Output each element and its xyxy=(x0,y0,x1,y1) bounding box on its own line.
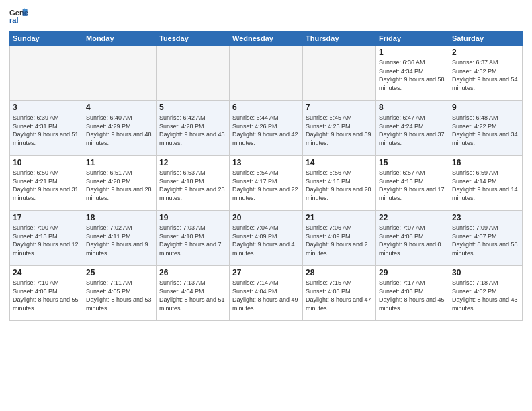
calendar-cell: 24Sunrise: 7:10 AM Sunset: 4:06 PM Dayli… xyxy=(10,266,83,321)
col-header-saturday: Saturday xyxy=(449,32,523,46)
calendar-row-1: 1Sunrise: 6:36 AM Sunset: 4:34 PM Daylig… xyxy=(10,46,523,101)
day-number: 28 xyxy=(306,268,373,277)
day-info: Sunrise: 6:48 AM Sunset: 4:22 PM Dayligh… xyxy=(452,113,519,147)
calendar-cell: 28Sunrise: 7:15 AM Sunset: 4:03 PM Dayli… xyxy=(303,266,376,321)
calendar-cell: 22Sunrise: 7:07 AM Sunset: 4:08 PM Dayli… xyxy=(376,211,449,266)
day-number: 19 xyxy=(159,213,226,222)
col-header-friday: Friday xyxy=(376,32,449,46)
calendar-cell xyxy=(230,46,303,101)
day-number: 14 xyxy=(306,158,373,167)
day-info: Sunrise: 6:36 AM Sunset: 4:34 PM Dayligh… xyxy=(379,58,446,92)
calendar-table: SundayMondayTuesdayWednesdayThursdayFrid… xyxy=(9,31,523,321)
col-header-tuesday: Tuesday xyxy=(157,32,230,46)
day-number: 11 xyxy=(86,158,153,167)
day-number: 24 xyxy=(13,268,80,277)
day-info: Sunrise: 6:45 AM Sunset: 4:25 PM Dayligh… xyxy=(306,113,373,147)
calendar-cell: 27Sunrise: 7:14 AM Sunset: 4:04 PM Dayli… xyxy=(230,266,303,321)
day-number: 2 xyxy=(452,48,519,57)
calendar-cell: 18Sunrise: 7:02 AM Sunset: 4:11 PM Dayli… xyxy=(83,211,157,266)
day-number: 29 xyxy=(379,268,446,277)
page: Gene ral SundayMondayTuesdayWednesdayThu… xyxy=(0,0,532,411)
day-info: Sunrise: 7:07 AM Sunset: 4:08 PM Dayligh… xyxy=(379,224,446,257)
day-number: 30 xyxy=(452,268,519,277)
day-info: Sunrise: 6:53 AM Sunset: 4:18 PM Dayligh… xyxy=(159,169,226,202)
calendar-row-5: 24Sunrise: 7:10 AM Sunset: 4:06 PM Dayli… xyxy=(10,266,523,321)
calendar-row-4: 17Sunrise: 7:00 AM Sunset: 4:13 PM Dayli… xyxy=(10,211,523,266)
calendar-cell: 19Sunrise: 7:03 AM Sunset: 4:10 PM Dayli… xyxy=(157,211,230,266)
day-number: 9 xyxy=(452,103,519,112)
svg-text:ral: ral xyxy=(9,16,19,24)
col-header-monday: Monday xyxy=(83,32,157,46)
day-number: 25 xyxy=(86,268,153,277)
calendar-cell: 10Sunrise: 6:50 AM Sunset: 4:21 PM Dayli… xyxy=(10,156,83,211)
day-info: Sunrise: 6:37 AM Sunset: 4:32 PM Dayligh… xyxy=(452,58,519,92)
day-info: Sunrise: 7:04 AM Sunset: 4:09 PM Dayligh… xyxy=(232,224,300,257)
calendar-cell: 9Sunrise: 6:48 AM Sunset: 4:22 PM Daylig… xyxy=(449,101,523,156)
day-info: Sunrise: 7:17 AM Sunset: 4:03 PM Dayligh… xyxy=(379,279,446,312)
day-info: Sunrise: 6:42 AM Sunset: 4:28 PM Dayligh… xyxy=(159,113,226,147)
calendar-cell: 12Sunrise: 6:53 AM Sunset: 4:18 PM Dayli… xyxy=(157,156,230,211)
day-number: 6 xyxy=(232,103,300,112)
header-row: SundayMondayTuesdayWednesdayThursdayFrid… xyxy=(10,32,523,46)
day-info: Sunrise: 7:02 AM Sunset: 4:11 PM Dayligh… xyxy=(86,224,153,257)
calendar-cell: 13Sunrise: 6:54 AM Sunset: 4:17 PM Dayli… xyxy=(230,156,303,211)
day-number: 18 xyxy=(86,213,153,222)
day-number: 8 xyxy=(379,103,446,112)
day-number: 27 xyxy=(232,268,300,277)
calendar-cell: 26Sunrise: 7:13 AM Sunset: 4:04 PM Dayli… xyxy=(157,266,230,321)
calendar-cell: 23Sunrise: 7:09 AM Sunset: 4:07 PM Dayli… xyxy=(449,211,523,266)
day-info: Sunrise: 6:54 AM Sunset: 4:17 PM Dayligh… xyxy=(232,169,300,202)
day-info: Sunrise: 6:57 AM Sunset: 4:15 PM Dayligh… xyxy=(379,169,446,202)
day-info: Sunrise: 7:06 AM Sunset: 4:09 PM Dayligh… xyxy=(306,224,373,257)
calendar-cell: 30Sunrise: 7:18 AM Sunset: 4:02 PM Dayli… xyxy=(449,266,523,321)
day-info: Sunrise: 7:00 AM Sunset: 4:13 PM Dayligh… xyxy=(13,224,80,257)
day-info: Sunrise: 6:44 AM Sunset: 4:26 PM Dayligh… xyxy=(232,113,300,147)
calendar-cell: 3Sunrise: 6:39 AM Sunset: 4:31 PM Daylig… xyxy=(10,101,83,156)
calendar-cell: 15Sunrise: 6:57 AM Sunset: 4:15 PM Dayli… xyxy=(376,156,449,211)
day-info: Sunrise: 6:39 AM Sunset: 4:31 PM Dayligh… xyxy=(13,113,80,147)
calendar-cell: 4Sunrise: 6:40 AM Sunset: 4:29 PM Daylig… xyxy=(83,101,157,156)
calendar-cell: 11Sunrise: 6:51 AM Sunset: 4:20 PM Dayli… xyxy=(83,156,157,211)
calendar-cell: 14Sunrise: 6:56 AM Sunset: 4:16 PM Dayli… xyxy=(303,156,376,211)
calendar-cell: 29Sunrise: 7:17 AM Sunset: 4:03 PM Dayli… xyxy=(376,266,449,321)
calendar-cell: 8Sunrise: 6:47 AM Sunset: 4:24 PM Daylig… xyxy=(376,101,449,156)
calendar-cell: 25Sunrise: 7:11 AM Sunset: 4:05 PM Dayli… xyxy=(83,266,157,321)
calendar-cell: 17Sunrise: 7:00 AM Sunset: 4:13 PM Dayli… xyxy=(10,211,83,266)
day-info: Sunrise: 7:03 AM Sunset: 4:10 PM Dayligh… xyxy=(159,224,226,257)
day-info: Sunrise: 7:15 AM Sunset: 4:03 PM Dayligh… xyxy=(306,279,373,312)
day-number: 23 xyxy=(452,213,519,222)
calendar-cell xyxy=(83,46,157,101)
day-info: Sunrise: 6:47 AM Sunset: 4:24 PM Dayligh… xyxy=(379,113,446,147)
day-info: Sunrise: 6:40 AM Sunset: 4:29 PM Dayligh… xyxy=(86,113,153,147)
calendar-cell: 21Sunrise: 7:06 AM Sunset: 4:09 PM Dayli… xyxy=(303,211,376,266)
calendar-cell: 7Sunrise: 6:45 AM Sunset: 4:25 PM Daylig… xyxy=(303,101,376,156)
day-number: 1 xyxy=(379,48,446,57)
day-info: Sunrise: 7:13 AM Sunset: 4:04 PM Dayligh… xyxy=(159,279,226,312)
col-header-sunday: Sunday xyxy=(10,32,83,46)
day-number: 12 xyxy=(159,158,226,167)
calendar-cell: 2Sunrise: 6:37 AM Sunset: 4:32 PM Daylig… xyxy=(449,46,523,101)
calendar-cell: 6Sunrise: 6:44 AM Sunset: 4:26 PM Daylig… xyxy=(230,101,303,156)
day-number: 15 xyxy=(379,158,446,167)
day-info: Sunrise: 7:11 AM Sunset: 4:05 PM Dayligh… xyxy=(86,279,153,312)
header: Gene ral xyxy=(9,7,523,26)
day-number: 20 xyxy=(232,213,300,222)
calendar-cell: 16Sunrise: 6:59 AM Sunset: 4:14 PM Dayli… xyxy=(449,156,523,211)
calendar-cell xyxy=(10,46,83,101)
col-header-wednesday: Wednesday xyxy=(230,32,303,46)
calendar-cell: 20Sunrise: 7:04 AM Sunset: 4:09 PM Dayli… xyxy=(230,211,303,266)
col-header-thursday: Thursday xyxy=(303,32,376,46)
day-number: 22 xyxy=(379,213,446,222)
day-info: Sunrise: 7:18 AM Sunset: 4:02 PM Dayligh… xyxy=(452,279,519,312)
calendar-cell xyxy=(157,46,230,101)
day-number: 16 xyxy=(452,158,519,167)
calendar-cell: 1Sunrise: 6:36 AM Sunset: 4:34 PM Daylig… xyxy=(376,46,449,101)
day-number: 17 xyxy=(13,213,80,222)
logo: Gene ral xyxy=(9,7,30,26)
calendar-cell: 5Sunrise: 6:42 AM Sunset: 4:28 PM Daylig… xyxy=(157,101,230,156)
day-info: Sunrise: 6:50 AM Sunset: 4:21 PM Dayligh… xyxy=(13,169,80,202)
day-info: Sunrise: 6:59 AM Sunset: 4:14 PM Dayligh… xyxy=(452,169,519,202)
day-info: Sunrise: 7:14 AM Sunset: 4:04 PM Dayligh… xyxy=(232,279,300,312)
calendar-row-3: 10Sunrise: 6:50 AM Sunset: 4:21 PM Dayli… xyxy=(10,156,523,211)
calendar-cell xyxy=(303,46,376,101)
